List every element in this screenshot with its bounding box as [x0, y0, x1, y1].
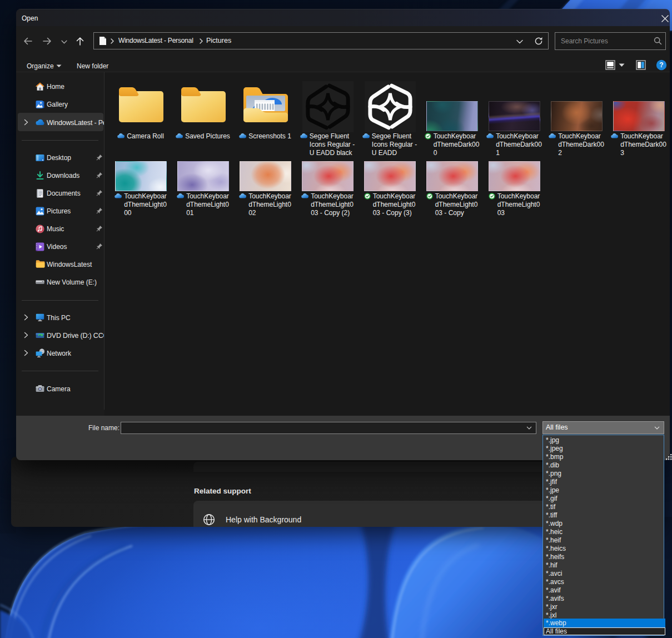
svg-text:?: ? — [659, 61, 663, 69]
